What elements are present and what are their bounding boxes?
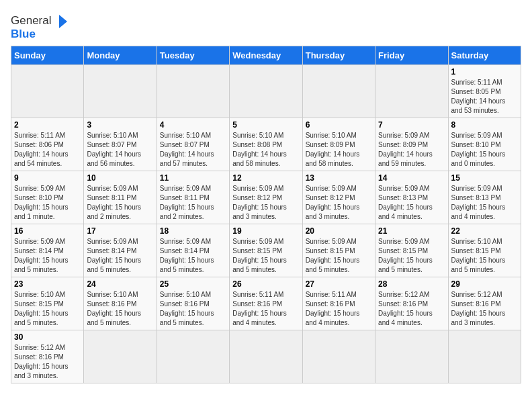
day-number: 6 [306, 120, 372, 130]
day-info: Sunrise: 5:09 AMSunset: 8:13 PMDaylight:… [451, 184, 518, 222]
day-info: Sunrise: 5:12 AMSunset: 8:16 PMDaylight:… [451, 290, 518, 328]
day-cell [302, 65, 375, 118]
day-info: Sunrise: 5:09 AMSunset: 8:11 PMDaylight:… [87, 184, 153, 222]
day-info: Sunrise: 5:10 AMSunset: 8:16 PMDaylight:… [160, 290, 226, 328]
day-cell: 9Sunrise: 5:09 AMSunset: 8:10 PMDaylight… [11, 171, 84, 224]
day-info: Sunrise: 5:09 AMSunset: 8:15 PMDaylight:… [232, 237, 299, 275]
day-info: Sunrise: 5:11 AMSunset: 8:05 PMDaylight:… [451, 78, 518, 116]
calendar-table: SundayMondayTuesdayWednesdayThursdayFrid… [11, 46, 521, 383]
day-cell: 24Sunrise: 5:10 AMSunset: 8:16 PMDayligh… [84, 277, 157, 330]
day-cell [84, 330, 157, 383]
header-wednesday: Wednesday [230, 46, 302, 65]
day-cell: 23Sunrise: 5:10 AMSunset: 8:15 PMDayligh… [11, 277, 84, 330]
svg-text:General: General [11, 14, 51, 27]
day-cell: 27Sunrise: 5:11 AMSunset: 8:16 PMDayligh… [302, 277, 375, 330]
day-info: Sunrise: 5:09 AMSunset: 8:14 PMDaylight:… [87, 237, 153, 275]
day-cell: 15Sunrise: 5:09 AMSunset: 8:13 PMDayligh… [448, 171, 521, 224]
day-number: 2 [14, 120, 81, 130]
day-info: Sunrise: 5:09 AMSunset: 8:13 PMDaylight:… [378, 184, 445, 222]
day-number: 14 [378, 173, 445, 183]
day-number: 18 [160, 226, 226, 236]
day-cell: 22Sunrise: 5:10 AMSunset: 8:15 PMDayligh… [448, 224, 521, 277]
day-cell [302, 330, 375, 383]
day-cell: 6Sunrise: 5:10 AMSunset: 8:09 PMDaylight… [302, 118, 375, 171]
day-info: Sunrise: 5:10 AMSunset: 8:09 PMDaylight:… [306, 131, 372, 169]
day-cell: 2Sunrise: 5:11 AMSunset: 8:06 PMDaylight… [11, 118, 84, 171]
day-info: Sunrise: 5:10 AMSunset: 8:16 PMDaylight:… [87, 290, 153, 328]
day-cell: 18Sunrise: 5:09 AMSunset: 8:14 PMDayligh… [157, 224, 229, 277]
week-row-1: 1Sunrise: 5:11 AMSunset: 8:05 PMDaylight… [11, 65, 521, 118]
day-info: Sunrise: 5:10 AMSunset: 8:15 PMDaylight:… [451, 237, 518, 275]
day-cell: 13Sunrise: 5:09 AMSunset: 8:12 PMDayligh… [302, 171, 375, 224]
page-header: GeneralBlue [11, 11, 521, 40]
day-cell: 1Sunrise: 5:11 AMSunset: 8:05 PMDaylight… [448, 65, 521, 118]
day-info: Sunrise: 5:09 AMSunset: 8:09 PMDaylight:… [378, 131, 445, 169]
day-cell: 19Sunrise: 5:09 AMSunset: 8:15 PMDayligh… [230, 224, 302, 277]
day-cell: 28Sunrise: 5:12 AMSunset: 8:16 PMDayligh… [375, 277, 448, 330]
day-info: Sunrise: 5:09 AMSunset: 8:14 PMDaylight:… [160, 237, 226, 275]
day-number: 28 [378, 279, 445, 289]
day-number: 9 [14, 173, 81, 183]
day-number: 16 [14, 226, 81, 236]
day-info: Sunrise: 5:10 AMSunset: 8:07 PMDaylight:… [160, 131, 226, 169]
day-cell: 17Sunrise: 5:09 AMSunset: 8:14 PMDayligh… [84, 224, 157, 277]
day-cell: 5Sunrise: 5:10 AMSunset: 8:08 PMDaylight… [230, 118, 302, 171]
week-row-2: 2Sunrise: 5:11 AMSunset: 8:06 PMDaylight… [11, 118, 521, 171]
day-cell [157, 330, 229, 383]
day-cell: 7Sunrise: 5:09 AMSunset: 8:09 PMDaylight… [375, 118, 448, 171]
day-number: 4 [160, 120, 226, 130]
day-info: Sunrise: 5:09 AMSunset: 8:12 PMDaylight:… [306, 184, 372, 222]
day-number: 29 [451, 279, 518, 289]
day-number: 22 [451, 226, 518, 236]
header-tuesday: Tuesday [157, 46, 229, 65]
day-cell [84, 65, 157, 118]
day-number: 12 [232, 173, 299, 183]
day-number: 27 [306, 279, 372, 289]
day-number: 1 [451, 67, 518, 77]
day-info: Sunrise: 5:10 AMSunset: 8:15 PMDaylight:… [14, 290, 81, 328]
day-info: Sunrise: 5:10 AMSunset: 8:07 PMDaylight:… [87, 131, 153, 169]
week-row-4: 16Sunrise: 5:09 AMSunset: 8:14 PMDayligh… [11, 224, 521, 277]
week-row-3: 9Sunrise: 5:09 AMSunset: 8:10 PMDaylight… [11, 171, 521, 224]
day-cell [230, 330, 302, 383]
day-cell: 10Sunrise: 5:09 AMSunset: 8:11 PMDayligh… [84, 171, 157, 224]
day-info: Sunrise: 5:12 AMSunset: 8:16 PMDaylight:… [378, 290, 445, 328]
day-cell: 29Sunrise: 5:12 AMSunset: 8:16 PMDayligh… [448, 277, 521, 330]
day-number: 25 [160, 279, 226, 289]
header-monday: Monday [84, 46, 157, 65]
day-number: 17 [87, 226, 153, 236]
day-cell [375, 65, 448, 118]
day-number: 7 [378, 120, 445, 130]
day-cell: 12Sunrise: 5:09 AMSunset: 8:12 PMDayligh… [230, 171, 302, 224]
day-cell: 11Sunrise: 5:09 AMSunset: 8:11 PMDayligh… [157, 171, 229, 224]
day-info: Sunrise: 5:09 AMSunset: 8:15 PMDaylight:… [306, 237, 372, 275]
general-blue-logo: GeneralBlue [11, 11, 71, 40]
day-info: Sunrise: 5:09 AMSunset: 8:12 PMDaylight:… [232, 184, 299, 222]
day-headers-row: SundayMondayTuesdayWednesdayThursdayFrid… [11, 46, 521, 65]
day-info: Sunrise: 5:09 AMSunset: 8:10 PMDaylight:… [14, 184, 81, 222]
week-row-5: 23Sunrise: 5:10 AMSunset: 8:15 PMDayligh… [11, 277, 521, 330]
day-number: 10 [87, 173, 153, 183]
day-info: Sunrise: 5:10 AMSunset: 8:08 PMDaylight:… [232, 131, 299, 169]
day-cell: 16Sunrise: 5:09 AMSunset: 8:14 PMDayligh… [11, 224, 84, 277]
day-number: 13 [306, 173, 372, 183]
day-number: 24 [87, 279, 153, 289]
day-number: 8 [451, 120, 518, 130]
day-cell: 20Sunrise: 5:09 AMSunset: 8:15 PMDayligh… [302, 224, 375, 277]
day-number: 15 [451, 173, 518, 183]
header-friday: Friday [375, 46, 448, 65]
day-info: Sunrise: 5:12 AMSunset: 8:16 PMDaylight:… [14, 343, 81, 381]
day-number: 23 [14, 279, 81, 289]
day-number: 11 [160, 173, 226, 183]
day-info: Sunrise: 5:09 AMSunset: 8:11 PMDaylight:… [160, 184, 226, 222]
day-cell: 14Sunrise: 5:09 AMSunset: 8:13 PMDayligh… [375, 171, 448, 224]
day-cell: 21Sunrise: 5:09 AMSunset: 8:15 PMDayligh… [375, 224, 448, 277]
day-number: 30 [14, 332, 81, 342]
day-cell: 8Sunrise: 5:09 AMSunset: 8:10 PMDaylight… [448, 118, 521, 171]
day-info: Sunrise: 5:11 AMSunset: 8:16 PMDaylight:… [232, 290, 299, 328]
day-number: 19 [232, 226, 299, 236]
day-cell: 26Sunrise: 5:11 AMSunset: 8:16 PMDayligh… [230, 277, 302, 330]
day-cell [448, 330, 521, 383]
day-cell: 3Sunrise: 5:10 AMSunset: 8:07 PMDaylight… [84, 118, 157, 171]
day-number: 3 [87, 120, 153, 130]
